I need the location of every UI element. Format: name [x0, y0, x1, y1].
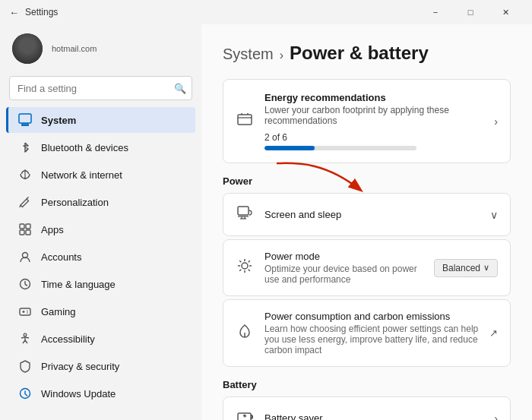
energy-progress-fill [264, 146, 315, 150]
sidebar-item-accounts[interactable]: Accounts [6, 244, 195, 270]
battery-saver-card: Battery saver › [223, 396, 511, 420]
screen-sleep-chevron: ∨ [490, 209, 498, 221]
sidebar-item-network[interactable]: Network & internet [6, 162, 195, 188]
svg-rect-7 [20, 224, 24, 229]
accessibility-icon [18, 332, 32, 346]
network-icon [18, 168, 32, 182]
screen-sleep-right: ∨ [490, 209, 498, 221]
carbon-title: Power consumption and carbon emissions [264, 311, 479, 322]
power-mode-right: Balanced ∨ [434, 259, 498, 277]
power-mode-card: Power mode Optimize your device based on… [223, 239, 511, 296]
back-icon[interactable]: ← [9, 7, 19, 18]
battery-section-label: Battery [223, 379, 511, 390]
power-mode-row[interactable]: Power mode Optimize your device based on… [223, 240, 510, 295]
avatar [12, 33, 43, 64]
svg-rect-22 [238, 115, 252, 125]
sidebar-item-personalization-label: Personalization [41, 197, 109, 208]
battery-saver-right: › [494, 412, 498, 421]
carbon-row[interactable]: Power consumption and carbon emissions L… [223, 300, 510, 366]
svg-line-6 [20, 205, 21, 207]
minimize-button[interactable]: − [418, 0, 453, 24]
carbon-text: Power consumption and carbon emissions L… [264, 311, 479, 355]
user-info: hotmail.com [52, 44, 97, 53]
sidebar-item-privacy[interactable]: Privacy & security [6, 353, 195, 379]
svg-line-14 [25, 285, 27, 286]
svg-rect-8 [26, 224, 30, 229]
sidebar-item-accessibility[interactable]: Accessibility [6, 326, 195, 352]
power-mode-value: Balanced [442, 263, 480, 273]
page-header: System › Power & battery [223, 43, 511, 64]
user-email: hotmail.com [52, 44, 97, 53]
svg-rect-9 [20, 230, 24, 235]
svg-point-18 [27, 311, 28, 312]
svg-line-36 [249, 261, 250, 262]
battery-saver-title: Battery saver [264, 412, 483, 420]
svg-point-20 [24, 333, 27, 336]
accounts-icon [18, 250, 32, 264]
svg-point-29 [242, 263, 248, 269]
sidebar-item-gaming[interactable]: Gaming [6, 298, 195, 324]
search-input[interactable] [9, 76, 192, 100]
sidebar-item-gaming-label: Gaming [41, 306, 76, 317]
sidebar-item-bluetooth-label: Bluetooth & devices [41, 142, 128, 153]
battery-saver-chevron: › [494, 412, 498, 421]
energy-progress: 2 of 6 [264, 132, 483, 150]
sidebar-item-system-label: System [41, 115, 76, 126]
privacy-icon [18, 359, 32, 373]
title-bar-left: ← Settings [9, 7, 58, 18]
svg-rect-24 [238, 207, 249, 215]
sidebar-item-personalization[interactable]: Personalization [6, 189, 195, 215]
external-link-icon: ↗ [489, 327, 498, 339]
energy-card-chevron: › [494, 115, 498, 128]
svg-rect-15 [20, 308, 30, 315]
maximize-button[interactable]: □ [453, 0, 488, 24]
energy-text: Energy recommendations Lower your carbon… [264, 92, 483, 150]
screen-sleep-text: Screen and sleep [264, 209, 480, 220]
power-mode-chevron: ∨ [483, 263, 489, 273]
power-mode-text: Power mode Optimize your device based on… [264, 251, 423, 285]
svg-rect-0 [19, 114, 31, 123]
energy-icon [236, 110, 254, 132]
screen-sleep-row[interactable]: Screen and sleep ∨ [223, 194, 510, 235]
app-title: Settings [25, 7, 58, 17]
svg-line-5 [27, 197, 29, 200]
system-icon [18, 113, 32, 127]
sidebar-item-time[interactable]: Time & language [6, 271, 195, 297]
battery-saver-row[interactable]: Battery saver › [223, 397, 510, 420]
svg-rect-10 [26, 230, 30, 235]
svg-line-37 [239, 270, 241, 271]
time-icon [18, 277, 32, 291]
energy-progress-label: 2 of 6 [264, 132, 483, 143]
svg-point-19 [27, 312, 28, 314]
app-body: hotmail.com 🔍 System Bluetooth & devices [0, 24, 532, 420]
energy-progress-bar [264, 146, 416, 150]
screen-sleep-title: Screen and sleep [264, 209, 480, 220]
sidebar-item-apps[interactable]: Apps [6, 216, 195, 242]
breadcrumb: System [223, 46, 274, 63]
sidebar-item-update[interactable]: Windows Update [6, 381, 195, 406]
sidebar-item-apps-label: Apps [41, 224, 64, 235]
bluetooth-icon [18, 141, 32, 154]
update-icon [18, 387, 32, 400]
window-controls: − □ ✕ [418, 0, 523, 24]
battery-saver-text: Battery saver [264, 412, 483, 420]
carbon-icon [236, 323, 254, 343]
title-bar: ← Settings − □ ✕ [0, 0, 532, 24]
screen-sleep-card: Screen and sleep ∨ [223, 193, 511, 236]
user-section[interactable]: hotmail.com [0, 24, 201, 73]
energy-card[interactable]: Energy recommendations Lower your carbon… [223, 79, 511, 163]
sidebar: hotmail.com 🔍 System Bluetooth & devices [0, 24, 201, 420]
power-mode-dropdown[interactable]: Balanced ∨ [434, 259, 498, 277]
close-button[interactable]: ✕ [488, 0, 523, 24]
sidebar-item-system[interactable]: System [6, 107, 195, 133]
sidebar-item-accessibility-label: Accessibility [41, 333, 95, 345]
apps-icon [18, 223, 32, 236]
sidebar-item-bluetooth[interactable]: Bluetooth & devices [6, 134, 195, 160]
battery-saver-icon [236, 408, 254, 420]
svg-line-35 [249, 270, 250, 271]
sidebar-item-update-label: Windows Update [41, 388, 116, 399]
svg-line-34 [239, 261, 241, 262]
power-mode-description: Optimize your device based on power use … [264, 264, 423, 285]
carbon-description: Learn how choosing efficient power setti… [264, 324, 479, 355]
energy-title: Energy recommendations [264, 92, 483, 103]
